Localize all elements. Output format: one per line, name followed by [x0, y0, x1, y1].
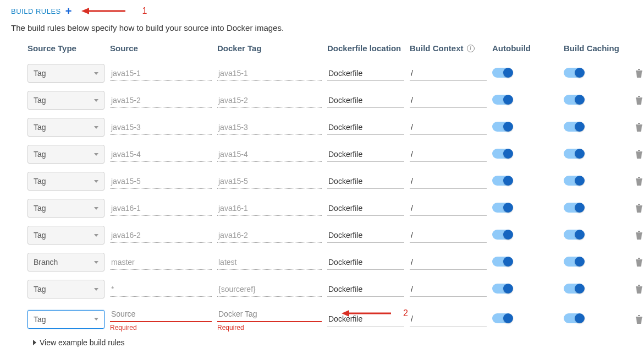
delete-row-button[interactable] [635, 285, 644, 294]
build-context-input[interactable]: / [410, 312, 487, 327]
source-type-select[interactable]: Tag [27, 172, 104, 191]
source-type-select[interactable]: Tag [27, 280, 104, 298]
section-title: BUILD RULES [11, 7, 61, 15]
build-context-input[interactable]: / [410, 227, 487, 243]
build-context-input[interactable]: / [410, 146, 487, 162]
chevron-down-icon [94, 207, 98, 210]
build-caching-toggle[interactable] [564, 122, 584, 132]
autobuild-toggle[interactable] [492, 230, 512, 240]
autobuild-toggle[interactable] [492, 122, 512, 132]
docker-tag-input[interactable]: java15-4 [217, 146, 322, 162]
dockerfile-location-input[interactable]: Dockerfile [327, 200, 404, 216]
dockerfile-location-input[interactable]: Dockerfile [327, 66, 404, 81]
build-caching-toggle[interactable] [564, 95, 584, 105]
source-input[interactable]: java15-2 [110, 93, 212, 108]
dockerfile-location-input[interactable]: Dockerfile [327, 146, 404, 162]
source-input[interactable]: java16-2 [110, 227, 212, 243]
build-rule-row: Tag * {sourceref} Dockerfile / [27, 280, 633, 298]
docker-tag-input[interactable]: java16-1 [217, 200, 322, 216]
source-input[interactable]: java15-5 [110, 173, 212, 189]
build-caching-toggle[interactable] [564, 68, 584, 78]
delete-row-button[interactable] [635, 315, 644, 324]
autobuild-toggle[interactable] [492, 313, 512, 323]
autobuild-toggle[interactable] [492, 203, 512, 213]
dockerfile-location-input[interactable]: Dockerfile [327, 281, 404, 297]
autobuild-toggle[interactable] [492, 176, 512, 186]
delete-row-button[interactable] [635, 231, 644, 240]
source-input[interactable]: java15-4 [110, 146, 212, 162]
info-icon[interactable]: i [467, 45, 475, 52]
dockerfile-location-input[interactable]: Dockerfile [327, 173, 404, 189]
source-input[interactable]: java15-1 [110, 66, 212, 81]
build-context-input[interactable]: / [410, 281, 487, 297]
build-rule-row: Tag java15-4 java15-4 Dockerfile / [27, 145, 633, 164]
source-type-select[interactable]: Tag [27, 145, 104, 164]
build-context-input[interactable]: / [410, 173, 487, 189]
svg-rect-11 [638, 177, 640, 178]
build-caching-toggle[interactable] [564, 313, 584, 323]
source-type-select[interactable]: Tag [27, 91, 104, 110]
build-caching-toggle[interactable] [564, 203, 584, 213]
view-example-rules[interactable]: View example build rules [33, 338, 633, 347]
chevron-down-icon [94, 180, 98, 183]
dockerfile-location-input[interactable]: Dockerfile [327, 93, 404, 108]
build-caching-toggle[interactable] [564, 230, 584, 240]
dockerfile-location-input[interactable]: Dockerfile [327, 227, 404, 243]
source-type-select[interactable]: Tag [27, 199, 104, 218]
source-type-select[interactable]: Tag [27, 226, 104, 245]
svg-rect-13 [638, 204, 640, 205]
autobuild-toggle[interactable] [492, 68, 512, 78]
autobuild-toggle[interactable] [492, 95, 512, 105]
source-input[interactable]: * [110, 281, 212, 297]
docker-tag-input[interactable]: java15-1 [217, 66, 322, 81]
autobuild-toggle[interactable] [492, 257, 512, 267]
build-context-input[interactable]: / [410, 93, 487, 108]
build-context-input[interactable]: / [410, 120, 487, 135]
source-input[interactable]: Source [110, 307, 212, 322]
delete-row-button[interactable] [635, 150, 644, 159]
docker-tag-input[interactable]: Docker Tag [217, 307, 322, 322]
chevron-down-icon [94, 318, 98, 321]
autobuild-toggle[interactable] [492, 284, 512, 294]
col-dockerfile-location: Dockerfile location [327, 44, 404, 53]
delete-row-button[interactable] [635, 177, 644, 186]
build-context-input[interactable]: / [410, 66, 487, 81]
docker-tag-input[interactable]: java16-2 [217, 227, 322, 243]
source-required-error: Required [110, 324, 212, 332]
docker-tag-input[interactable]: {sourceref} [217, 281, 322, 297]
build-caching-toggle[interactable] [564, 176, 584, 186]
delete-row-button[interactable] [635, 69, 644, 78]
autobuild-toggle[interactable] [492, 149, 512, 159]
delete-row-button[interactable] [635, 204, 644, 213]
col-source: Source [110, 44, 212, 53]
docker-tag-input[interactable]: java15-2 [217, 93, 322, 108]
docker-tag-input[interactable]: latest [217, 254, 322, 270]
delete-row-button[interactable] [635, 96, 644, 105]
add-rule-button[interactable]: + [65, 6, 72, 17]
svg-rect-14 [636, 232, 642, 233]
build-rule-row: Tag java15-2 java15-2 Dockerfile / [27, 91, 633, 110]
build-caching-toggle[interactable] [564, 149, 584, 159]
delete-row-button[interactable] [635, 258, 644, 267]
dockerfile-location-input[interactable]: Dockerfile [327, 120, 404, 135]
source-type-select[interactable]: Tag [27, 118, 104, 137]
delete-row-button[interactable] [635, 123, 644, 132]
source-type-select[interactable]: Branch [27, 253, 104, 271]
dockerfile-location-input[interactable]: Dockerfile [327, 254, 404, 270]
docker-tag-input[interactable]: java15-3 [217, 120, 322, 135]
svg-rect-9 [638, 150, 640, 151]
source-input[interactable]: java15-3 [110, 120, 212, 135]
svg-rect-19 [638, 285, 640, 286]
build-context-input[interactable]: / [410, 200, 487, 216]
source-type-select[interactable]: Tag [27, 310, 104, 329]
docker-tag-input[interactable]: java15-5 [217, 173, 322, 189]
chevron-down-icon [94, 72, 98, 75]
build-context-input[interactable]: / [410, 254, 487, 270]
svg-rect-6 [636, 124, 642, 126]
source-type-select[interactable]: Tag [27, 64, 104, 83]
source-input[interactable]: master [110, 254, 212, 270]
build-caching-toggle[interactable] [564, 257, 584, 267]
build-caching-toggle[interactable] [564, 284, 584, 294]
chevron-down-icon [94, 288, 98, 291]
source-input[interactable]: java16-1 [110, 200, 212, 216]
